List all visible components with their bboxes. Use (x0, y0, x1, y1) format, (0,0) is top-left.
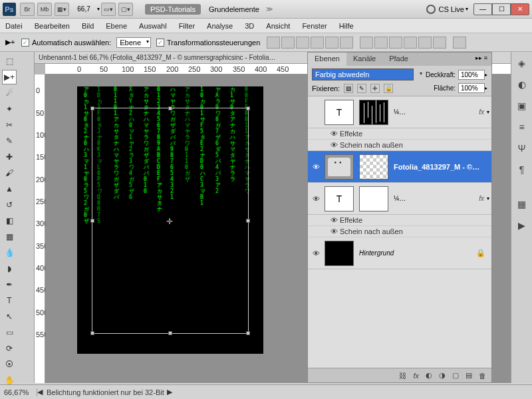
menu-filter[interactable]: Filter (179, 22, 195, 30)
crop-tool[interactable]: ✂ (2, 118, 17, 132)
dock-actions-icon[interactable]: ▶ (515, 218, 529, 233)
effects-line[interactable]: 👁Schein nach außen (308, 226, 491, 237)
trash-icon[interactable]: 🗑 (479, 372, 486, 380)
align-left-icon[interactable] (311, 37, 324, 49)
menu-layer[interactable]: Ebene (106, 22, 127, 30)
workspace-other[interactable]: Grundelemente (203, 4, 265, 15)
transform-center-icon[interactable]: ✛ (166, 217, 174, 225)
3d-camera-tool[interactable]: ⦿ (2, 357, 17, 372)
pen-tool[interactable]: ✒ (2, 277, 17, 292)
layer-mask-thumb[interactable] (359, 100, 388, 125)
effects-line[interactable]: 👁Schein nach außen (308, 140, 491, 151)
status-nav-right-icon[interactable]: ▶ (167, 388, 172, 396)
dock-nav-icon[interactable]: ▦ (515, 197, 529, 211)
dock-adjust-icon[interactable]: ◐ (515, 77, 529, 92)
lock-trans-icon[interactable]: ▨ (344, 84, 353, 93)
lock-all-icon[interactable]: 🔒 (384, 84, 393, 93)
zoom-dropdown[interactable]: 66,7 (70, 5, 97, 13)
window-maximize-button[interactable]: ☐ (492, 3, 511, 15)
eyedropper-tool[interactable]: ✎ (2, 134, 17, 148)
tab-channels[interactable]: Kanäle (346, 53, 382, 66)
auto-align-icon[interactable] (453, 37, 466, 49)
dock-history-icon[interactable]: ≡ (515, 120, 529, 134)
workspace-more-icon[interactable]: ≫ (266, 5, 273, 13)
tab-layers[interactable]: Ebenen (308, 53, 346, 66)
status-zoom[interactable]: 66,67% (4, 388, 37, 396)
menu-3d[interactable]: 3D (245, 22, 254, 30)
eraser-tool[interactable]: ◧ (2, 213, 17, 228)
dock-layers-icon[interactable]: ◈ (515, 56, 529, 70)
layer-thumb-bg[interactable] (325, 241, 354, 266)
handle-bot-right[interactable] (246, 331, 250, 335)
dock-para-icon[interactable]: ¶ (515, 162, 529, 177)
handle-mid-right[interactable] (246, 219, 250, 223)
link-icon[interactable]: ⛓ (399, 372, 406, 380)
menu-file[interactable]: Datei (5, 22, 23, 30)
move-tool[interactable]: ▶+ (2, 70, 17, 84)
tab-paths[interactable]: Pfade (382, 53, 415, 66)
type-tool[interactable]: T (2, 293, 17, 308)
visibility-icon[interactable]: 👁 (328, 227, 340, 235)
layer-name[interactable]: ¼… (391, 195, 479, 202)
menu-image[interactable]: Bild (82, 22, 94, 30)
menu-view[interactable]: Ansicht (266, 22, 290, 30)
dist-1-icon[interactable] (360, 37, 373, 49)
handle-bot-mid[interactable] (168, 331, 172, 335)
layer-row-selected[interactable]: 👁 Fotolia_4813297_M - ©… (308, 151, 491, 183)
lock-pixels-icon[interactable]: ✎ (357, 84, 366, 93)
transform-checkbox[interactable]: ✓ (156, 39, 164, 47)
dist-3-icon[interactable] (389, 37, 402, 49)
ruler-vertical[interactable]: 050100150200250300350400450500550 (35, 74, 45, 383)
lasso-tool[interactable]: ☄ (2, 86, 17, 100)
dodge-tool[interactable]: ◗ (2, 261, 17, 276)
align-hcenter-icon[interactable] (325, 37, 338, 49)
layer-mask-marble[interactable] (359, 186, 388, 211)
panel-menu-icon[interactable]: ▸▸ ≡ (471, 53, 491, 66)
layer-thumb-text[interactable]: T (325, 100, 354, 125)
layer-row[interactable]: T ¼… fx▾ (308, 96, 491, 128)
group-icon[interactable]: ▢ (452, 371, 459, 380)
window-close-button[interactable]: ✕ (511, 3, 529, 15)
layer-name[interactable]: Fotolia_4813297_M - ©… (391, 163, 489, 171)
lock-pos-icon[interactable]: ✛ (370, 84, 380, 93)
healing-tool[interactable]: ✚ (2, 150, 17, 164)
handle-mid-left[interactable] (90, 219, 94, 223)
screenmode-button[interactable]: ▢▾ (118, 3, 133, 16)
gradient-tool[interactable]: ▦ (2, 229, 17, 244)
autoselect-checkbox[interactable]: ✓ (21, 39, 29, 47)
layer-thumb-photo[interactable] (325, 154, 354, 180)
menu-window[interactable]: Fenster (302, 22, 327, 30)
cs-live[interactable]: CS Live▾ (426, 5, 468, 14)
menu-analysis[interactable]: Analyse (207, 22, 233, 30)
brush-tool[interactable]: 🖌 (2, 166, 17, 180)
fill-input[interactable]: 100% (458, 83, 485, 93)
visibility-icon[interactable]: 👁 (310, 163, 322, 171)
layer-mask-chk[interactable] (359, 154, 388, 180)
layer-thumb-text[interactable]: T (325, 186, 354, 211)
menu-select[interactable]: Auswahl (139, 22, 167, 30)
fx-icon[interactable]: fx (413, 372, 419, 380)
mask-icon[interactable]: ◐ (426, 371, 432, 380)
visibility-icon[interactable]: 👁 (310, 195, 322, 203)
bridge-button[interactable]: Br (20, 3, 35, 16)
effects-line[interactable]: 👁Effekte (308, 215, 491, 226)
handle-top-mid[interactable] (168, 106, 172, 110)
marquee-tool[interactable]: ⬚ (2, 54, 17, 68)
menu-edit[interactable]: Bearbeiten (35, 22, 70, 30)
history-tool[interactable]: ↺ (2, 198, 17, 212)
handle-top-left[interactable] (90, 106, 94, 110)
3d-tool[interactable]: ⟳ (2, 341, 17, 356)
workspace-active[interactable]: PSD-Tutorials (145, 4, 201, 15)
status-nav-left-icon[interactable]: ◀ (37, 388, 43, 396)
blur-tool[interactable]: 💧 (2, 245, 17, 260)
path-tool[interactable]: ↖ (2, 309, 17, 324)
align-bottom-icon[interactable] (296, 37, 309, 49)
dist-6-icon[interactable] (433, 37, 446, 49)
handle-top-right[interactable] (246, 106, 250, 110)
minibridge-button[interactable]: Mb (37, 3, 52, 16)
align-vcenter-icon[interactable] (281, 37, 295, 49)
arrange-button[interactable]: ▭▾ (101, 3, 116, 16)
handle-bot-left[interactable] (90, 331, 94, 335)
dock-masks-icon[interactable]: ▣ (515, 98, 529, 113)
effects-line[interactable]: 👁Effekte (308, 128, 491, 140)
